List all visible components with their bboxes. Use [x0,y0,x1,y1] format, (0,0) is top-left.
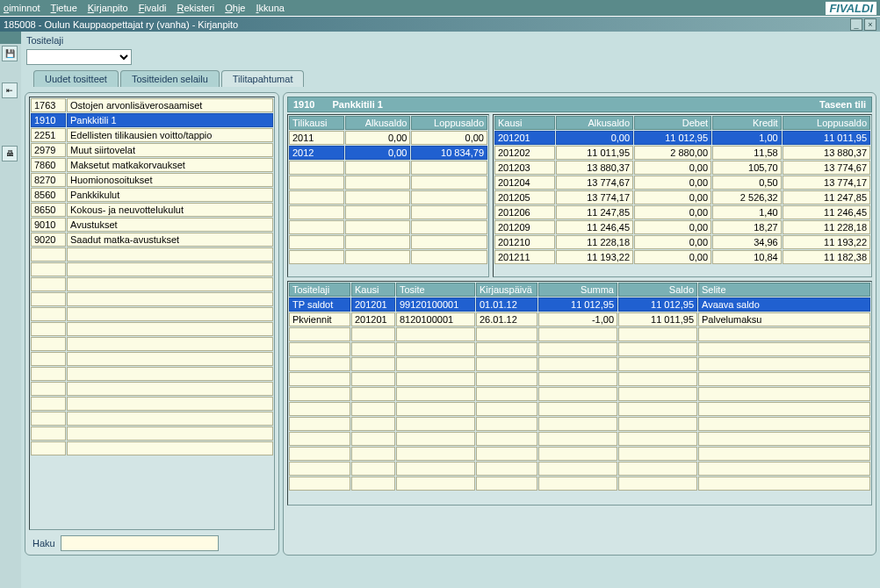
table-row[interactable]: 20110,000,00 [289,131,487,145]
table-row[interactable] [289,250,487,264]
detail-panel: 1910 Pankkitili 1 Taseen tili TilikausiA… [283,92,876,556]
col-header: Debet [634,116,711,130]
table-row[interactable] [31,307,273,321]
col-header: Tosite [396,283,475,297]
table-row[interactable] [31,367,273,381]
table-row[interactable] [31,352,273,366]
table-row[interactable]: Pkviennit201201812010000126.01.12-1,0011… [289,312,870,326]
table-row[interactable] [31,322,273,336]
table-row[interactable]: 20120313 880,370,00105,7013 774,67 [494,161,870,175]
print-icon[interactable]: 🖶 [2,146,18,161]
table-row[interactable] [289,235,487,249]
header-code: 1910 [293,99,314,110]
header-name: Pankkitili 1 [332,99,382,110]
table-row[interactable] [289,220,487,234]
menubar: oiminnotTietueKirjanpitoFivaldiRekisteri… [0,0,880,16]
kausi-table: KausiAlkusaldoDebetKreditLoppusaldo 2012… [494,115,871,265]
back-icon[interactable]: ⇤ [2,82,18,98]
kausi-scroll[interactable]: KausiAlkusaldoDebetKreditLoppusaldo 2012… [493,114,872,277]
table-row[interactable]: 1910Pankkitili 1 [31,113,273,127]
menu-item[interactable]: Kirjanpito [88,3,128,13]
table-row[interactable]: 20121111 193,220,0010,8411 182,38 [494,250,870,264]
col-header: Alkusaldo [345,116,410,130]
table-row[interactable] [289,372,870,386]
table-row[interactable] [289,387,870,401]
table-row[interactable]: 9010Avustukset [31,218,273,232]
table-row[interactable] [289,342,870,356]
table-row[interactable]: 9020Saadut matka-avustukset [31,233,273,247]
table-row[interactable] [289,462,870,476]
table-row[interactable] [289,417,870,431]
minimize-icon[interactable]: _ [850,18,862,31]
table-row[interactable] [31,427,273,441]
col-header: Kredit [712,116,782,130]
menu-items: oiminnotTietueKirjanpitoFivaldiRekisteri… [4,3,285,13]
col-header: Selite [698,283,870,297]
tab[interactable]: Uudet tositteet [33,70,119,87]
window-controls: _ × [850,18,876,31]
tab[interactable]: Tilitapahtumat [221,70,305,87]
save-icon[interactable]: 💾 [2,46,18,61]
table-row[interactable] [289,432,870,446]
table-row[interactable]: 20120413 774,670,000,5013 774,17 [494,176,870,190]
col-header: Alkusaldo [556,116,633,130]
window-titlebar: 185008 - Oulun Kauppaopettajat ry (vanha… [0,16,880,32]
haku-input[interactable] [61,535,219,551]
table-row[interactable] [289,447,870,461]
accounts-scroll[interactable]: 1763Ostojen arvonlisäverosaamiset1910Pan… [29,97,275,530]
table-row[interactable]: 20120611 247,850,001,4011 246,45 [494,205,870,219]
table-row[interactable] [289,176,487,190]
table-row[interactable] [289,205,487,219]
account-header: 1910 Pankkitili 1 Taseen tili [287,97,872,112]
table-row[interactable]: 1763Ostojen arvonlisäverosaamiset [31,98,273,112]
tab[interactable]: Tositteiden selailu [120,70,220,87]
tositelaji-combo[interactable] [26,49,132,65]
tilikausi-table: TilikausiAlkusaldoLoppusaldo 20110,000,0… [288,115,488,265]
table-row[interactable] [31,382,273,396]
table-row[interactable]: 20120211 011,952 880,0011,5813 880,37 [494,146,870,160]
table-row[interactable]: 8560Pankkikulut [31,188,273,202]
table-row[interactable] [31,247,273,262]
table-row[interactable] [31,412,273,426]
table-row[interactable] [289,161,487,175]
table-row[interactable]: 20120513 774,170,002 526,3211 247,85 [494,190,870,204]
table-row[interactable] [31,397,273,411]
table-row[interactable]: 20120,0010 834,79 [289,146,487,160]
haku-label: Haku [32,538,55,549]
menu-item[interactable]: Ikkuna [256,3,285,13]
table-row[interactable]: 7860Maksetut matkakorvaukset [31,158,273,172]
menu-item[interactable]: Tietue [51,3,77,13]
menu-item[interactable]: Ohje [225,3,245,13]
col-header: Summa [538,283,617,297]
col-header: Tilikausi [289,116,344,130]
table-row[interactable] [31,292,273,306]
table-row[interactable] [31,441,273,455]
table-row[interactable] [31,337,273,351]
table-row[interactable]: 2251Edellisten tilikausien voitto/tappio [31,128,273,142]
close-icon[interactable]: × [864,18,876,31]
menu-item[interactable]: oiminnot [4,3,40,13]
table-row[interactable] [289,327,870,341]
table-row[interactable]: 2979Muut siirtovelat [31,143,273,157]
left-toolbar: 💾 ⇤ 🖶 [0,44,21,588]
table-row[interactable]: 20120911 246,450,0018,2711 228,18 [494,220,870,234]
table-row[interactable] [289,402,870,416]
table-row[interactable]: 8270Huomionosoitukset [31,173,273,187]
table-row[interactable] [289,190,487,204]
table-row[interactable]: 2012010,0011 012,951,0011 011,95 [494,131,870,145]
table-row[interactable]: 20121011 228,180,0034,9611 193,22 [494,235,870,249]
detail-scroll[interactable]: TositelajiKausiTositeKirjauspäiväSummaSa… [287,281,872,506]
table-row[interactable]: 8650Kokous- ja neuvottelukulut [31,203,273,217]
accounts-panel: 1763Ostojen arvonlisäverosaamiset1910Pan… [25,92,279,556]
menu-item[interactable]: Fivaldi [139,3,167,13]
table-row[interactable] [289,477,870,491]
menu-item[interactable]: Rekisteri [177,3,214,13]
table-row[interactable]: TP saldot2012019912010000101.01.1211 012… [289,298,870,312]
table-row[interactable] [31,277,273,291]
accounts-table: 1763Ostojen arvonlisäverosaamiset1910Pan… [30,97,274,456]
tositelaji-label: Tositelaji [26,35,63,46]
tilikausi-scroll[interactable]: TilikausiAlkusaldoLoppusaldo 20110,000,0… [287,114,489,277]
tabs: Uudet tositteetTositteiden selailuTilita… [33,70,875,87]
table-row[interactable] [31,262,273,276]
table-row[interactable] [289,357,870,371]
